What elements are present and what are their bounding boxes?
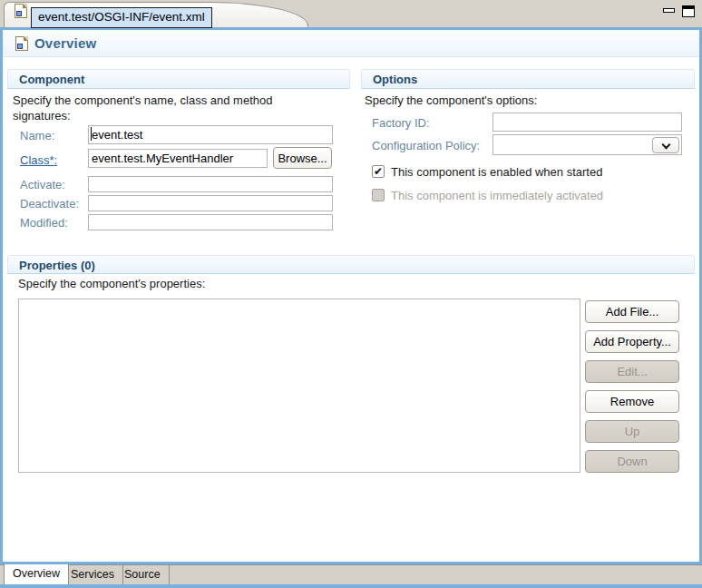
immediate-checkbox (372, 189, 385, 201)
activate-field-wrap (88, 176, 333, 192)
remove-button[interactable]: Remove (585, 390, 679, 413)
properties-section-header: Properties (0) (7, 255, 695, 274)
component-section-description: Specify the component's name, class and … (13, 93, 332, 123)
deactivate-label: Deactivate: (20, 197, 79, 211)
tab-overview[interactable]: Overview (4, 564, 69, 585)
enabled-checkbox-label[interactable]: This component is enabled when started (391, 165, 602, 179)
editor-window: event.test/OSGI-INF/event.xml Overview C… (0, 0, 702, 588)
properties-section-title: Properties (0) (19, 259, 95, 272)
browse-button[interactable]: Browse... (273, 147, 332, 169)
down-button: Down (585, 450, 679, 473)
editor-tab-bar: event.test/OSGI-INF/event.xml (0, 0, 702, 27)
class-link[interactable]: Class*: (20, 153, 57, 167)
factory-id-label: Factory ID: (372, 116, 430, 130)
page-tab-bar: Overview Services Source (0, 564, 702, 584)
minimize-icon[interactable] (663, 8, 675, 13)
overview-page-icon (15, 36, 28, 51)
add-property-button[interactable]: Add Property... (585, 330, 679, 353)
component-section-header: Component (7, 69, 350, 89)
activate-input[interactable] (88, 176, 333, 192)
deactivate-input[interactable] (88, 195, 333, 211)
component-glyph (17, 44, 23, 49)
options-section-header: Options (361, 69, 695, 89)
up-button: Up (585, 420, 679, 443)
chevron-down-icon (662, 141, 671, 150)
class-input[interactable] (88, 149, 268, 168)
modified-label: Modified: (20, 216, 68, 230)
component-glyph (16, 11, 22, 16)
activate-label: Activate: (20, 178, 65, 191)
component-file-icon (15, 4, 27, 18)
page-fold (23, 4, 27, 8)
maximize-icon[interactable] (682, 5, 695, 17)
configuration-policy-label: Configuration Policy: (372, 139, 480, 152)
name-input[interactable] (88, 125, 333, 144)
options-section-title: Options (373, 73, 417, 86)
edit-button: Edit... (585, 360, 679, 383)
tab-tooltip: event.test/OSGI-INF/event.xml (31, 7, 212, 28)
tab-source[interactable]: Source (116, 565, 170, 585)
deactivate-field-wrap (88, 195, 333, 211)
configuration-policy-combo[interactable] (492, 134, 682, 155)
bottom-accent-strip (0, 584, 702, 588)
text-cursor (91, 127, 92, 141)
options-section-description: Specify the component's options: (365, 93, 691, 108)
properties-list[interactable] (18, 299, 580, 473)
class-field-wrap (88, 149, 268, 168)
enabled-checkbox[interactable]: ✔ (372, 165, 385, 178)
tab-services[interactable]: Services (63, 565, 123, 585)
page-fold (24, 36, 28, 41)
factory-id-field-wrap (492, 113, 682, 132)
name-label: Name: (20, 129, 54, 142)
component-section-title: Component (19, 73, 84, 86)
modified-field-wrap (88, 214, 333, 230)
name-field-wrap (88, 125, 333, 144)
form-header (3, 30, 699, 57)
modified-input[interactable] (88, 214, 333, 230)
page-title: Overview (34, 35, 96, 51)
combo-dropdown-button[interactable] (652, 137, 679, 153)
factory-id-input[interactable] (492, 113, 682, 132)
immediate-checkbox-label: This component is immediately activated (391, 189, 603, 202)
add-file-button[interactable]: Add File... (585, 300, 679, 323)
properties-section-description: Specify the component's properties: (18, 276, 472, 291)
